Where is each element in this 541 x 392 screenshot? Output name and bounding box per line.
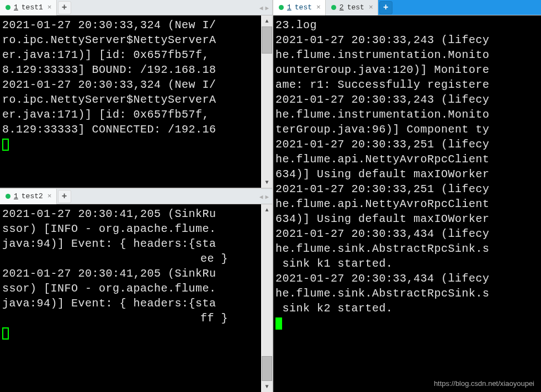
terminal-content: 2021-01-27 20:30:33,324 (New I/ro.ipc.Ne… [0,15,261,188]
cursor-icon [275,317,282,330]
tab-number: 1 [14,3,18,12]
scroll-thumb[interactable] [262,356,272,381]
terminal-line: 2021-01-27 20:30:33,434 (lifecy [275,271,541,286]
terminal-line: he.flume.api.NettyAvroRpcClient [275,197,541,211]
scroll-up-icon[interactable]: ▲ [262,204,272,215]
pane-bottom-left: 1 test2 × + ◀ ▶ 2021-01-27 20:30:41,205 … [0,189,272,392]
terminal-line: java:94)] Event: { headers:{sta [2,236,261,251]
tab-bar-top-left: 1 test1 × + ◀ ▶ [0,0,272,15]
terminal-right[interactable]: 23.log2021-01-27 20:30:33,243 (lifecyhe.… [273,15,541,392]
terminal-line: he.flume.instrumentation.Monito [275,107,541,122]
chevron-left-icon[interactable]: ◀ [258,193,264,200]
tab-test1[interactable]: 1 test1 × [0,0,57,15]
terminal-line: ssor) [INFO - org.apache.flume. [2,221,261,236]
close-icon[interactable]: × [316,3,321,12]
tab-label: test1 [22,3,43,12]
terminal-line: java:94)] Event: { headers:{sta [2,296,261,311]
terminal-line: ssor) [INFO - org.apache.flume. [2,281,261,296]
terminal-line: ee } [2,251,261,266]
pane-right: 1 test × 2 test × + 23.log2021-01-27 20:… [273,0,541,392]
terminal-line: ame: r1: Successfully registere [275,77,541,92]
terminal-line: 2021-01-27 20:30:41,205 (SinkRu [2,206,261,221]
terminal-top-left[interactable]: 2021-01-27 20:30:33,324 (New I/ro.ipc.Ne… [0,15,272,188]
scroll-down-icon[interactable]: ▼ [262,381,272,392]
terminal-line: terGroup.java:96)] Component ty [275,122,541,137]
terminal-line: he.flume.instrumentation.Monito [275,47,541,62]
connection-status-icon [6,194,10,199]
scrollbar[interactable]: ▲ ▼ [261,204,272,392]
pane-top-left: 1 test1 × + ◀ ▶ 2021-01-27 20:30:33,324 … [0,0,272,188]
terminal-line: ff } [2,311,261,326]
cursor-icon [2,139,9,151]
scroll-track[interactable] [262,27,272,177]
tab-label: test [347,3,364,12]
scroll-up-icon[interactable]: ▲ [262,15,272,27]
terminal-line: 2021-01-27 20:30:33,251 (lifecy [275,182,541,197]
tab-label: test [295,3,312,12]
terminal-line: ro.ipc.NettyServer$NettyServerA [2,92,261,107]
terminal-content: 23.log2021-01-27 20:30:33,243 (lifecyhe.… [273,15,541,392]
tab-nav-arrows: ◀ ▶ [258,0,270,15]
terminal-line: 2021-01-27 20:30:33,243 (lifecy [275,92,541,107]
terminal-bottom-left[interactable]: 2021-01-27 20:30:41,205 (SinkRussor) [IN… [0,204,272,392]
terminal-line: ounterGroup.java:120)] Monitore [275,62,541,77]
cursor-icon [2,327,9,340]
close-icon[interactable]: × [369,3,373,12]
scrollbar[interactable]: ▲ ▼ [261,15,272,188]
tab-test-2[interactable]: 2 test × [326,0,378,15]
chevron-left-icon[interactable]: ◀ [258,4,264,12]
terminal-line: 2021-01-27 20:30:33,324 (New I/ [2,18,261,33]
tab-number: 2 [340,3,344,12]
connection-status-icon [279,5,284,10]
tab-number: 1 [287,3,291,12]
terminal-line: 634)] Using default maxIOWorker [275,167,541,182]
tab-test-1[interactable]: 1 test × [273,0,326,15]
terminal-line: 2021-01-27 20:30:33,243 (lifecy [275,33,541,47]
scroll-down-icon[interactable]: ▼ [262,177,272,188]
scroll-thumb[interactable] [262,27,272,54]
watermark: https://blog.csdn.net/xiaoyoupei [434,379,534,388]
scroll-track[interactable] [262,215,272,381]
close-icon[interactable]: × [47,3,52,12]
terminal-line: 2021-01-27 20:30:33,251 (lifecy [275,137,541,152]
terminal-line: 8.129:33333] CONNECTED: /192.16 [2,122,261,137]
add-tab-button[interactable]: + [379,1,393,14]
terminal-content: 2021-01-27 20:30:41,205 (SinkRussor) [IN… [0,204,261,392]
terminal-line: sink k1 started. [275,256,541,271]
terminal-line: 634)] Using default maxIOWorker [275,211,541,226]
tab-number: 1 [14,192,18,200]
chevron-right-icon[interactable]: ▶ [264,4,270,12]
tab-bar-right: 1 test × 2 test × + [273,0,541,15]
terminal-line: ro.ipc.NettyServer$NettyServerA [2,33,261,47]
chevron-right-icon[interactable]: ▶ [264,193,270,200]
add-tab-button[interactable]: + [58,190,71,203]
terminal-line: 23.log [275,18,541,33]
connection-status-icon [331,5,336,10]
terminal-line: he.flume.api.NettyAvroRpcClient [275,152,541,167]
terminal-line: he.flume.sink.AbstractRpcSink.s [275,286,541,301]
tab-test2[interactable]: 1 test2 × [0,189,57,204]
terminal-line: sink k2 started. [275,301,541,316]
tab-nav-arrows: ◀ ▶ [258,189,270,204]
terminal-line: 2021-01-27 20:30:41,205 (SinkRu [2,266,261,281]
terminal-line: er.java:171)] [id: 0x657fb57f, [2,47,261,62]
terminal-line: he.flume.sink.AbstractRpcSink.s [275,241,541,256]
tab-label: test2 [22,192,43,200]
terminal-line: 2021-01-27 20:30:33,324 (New I/ [2,77,261,92]
terminal-line: er.java:171)] [id: 0x657fb57f, [2,107,261,122]
connection-status-icon [6,5,10,10]
tab-bar-bottom-left: 1 test2 × + ◀ ▶ [0,189,272,204]
add-tab-button[interactable]: + [58,1,71,14]
terminal-line: 2021-01-27 20:30:33,434 (lifecy [275,226,541,241]
close-icon[interactable]: × [47,192,52,200]
terminal-line: 8.129:33333] BOUND: /192.168.18 [2,62,261,77]
